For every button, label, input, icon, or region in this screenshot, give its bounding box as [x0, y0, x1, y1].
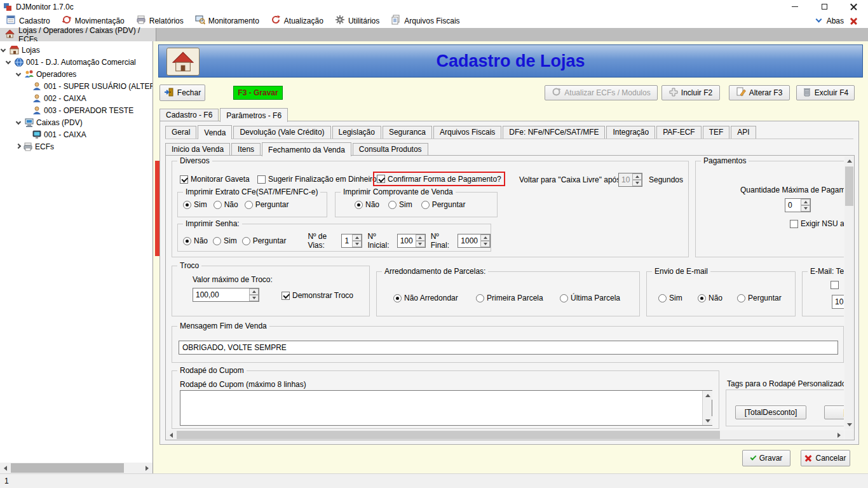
scrollbar-thumb[interactable]	[845, 166, 853, 206]
tree-node-lojas[interactable]: Lojas	[0, 44, 153, 56]
final-spinner[interactable]: 1000	[458, 234, 491, 248]
textarea-scrollbar[interactable]	[702, 391, 712, 425]
tree-node-operator-002[interactable]: 002 - CAIXA	[0, 92, 153, 104]
total-tag-button[interactable]: [Tot	[824, 405, 844, 419]
email-sim-radio[interactable]: Sim	[658, 294, 682, 302]
spinner-up-icon[interactable]	[632, 173, 642, 180]
senha-nao-radio[interactable]: Não	[183, 236, 208, 245]
tab-geral[interactable]: Geral	[165, 126, 196, 139]
inicial-spinner[interactable]: 100	[397, 234, 426, 248]
senha-sim-radio[interactable]: Sim	[213, 236, 237, 245]
tab-api[interactable]: API	[731, 126, 756, 139]
chevron-down-icon[interactable]	[16, 71, 21, 76]
tab-arquivos-fiscais[interactable]: Arquivos Fiscais	[433, 126, 501, 139]
vertical-scrollbar[interactable]	[844, 156, 854, 430]
voltar-segundos-spinner[interactable]: 10	[618, 173, 642, 187]
tab-venda[interactable]: Venda	[198, 125, 232, 139]
email-template-checkbox[interactable]	[831, 280, 839, 290]
comprovante-perguntar-radio[interactable]: Perguntar	[421, 200, 466, 209]
spinner-up-icon[interactable]	[801, 199, 810, 205]
total-desconto-tag-button[interactable]: [TotalDesconto]	[735, 405, 806, 419]
tab-parametros-f6[interactable]: Parâmetros - F6	[220, 108, 288, 122]
chevron-right-icon[interactable]	[16, 143, 21, 148]
tab-fechamento-da-venda[interactable]: Fechamento da Venda	[262, 142, 351, 156]
vias-spinner[interactable]: 1	[341, 234, 362, 248]
tab-itens[interactable]: Itens	[231, 143, 261, 156]
atualizar-ecfs-button[interactable]: Atualizar ECFs / Modulos	[545, 85, 658, 100]
spinner-down-icon[interactable]	[352, 241, 362, 247]
sidebar-horizontal-scrollbar[interactable]	[0, 463, 153, 473]
fechar-button[interactable]: Fechar	[159, 85, 205, 101]
tab-paf-ecf[interactable]: PAF-ECF	[656, 126, 701, 139]
qtd-maxima-spinner[interactable]: 0	[785, 198, 811, 212]
tab-inicio-da-venda[interactable]: Inicio da Venda	[165, 143, 230, 156]
tree-node-ecfs[interactable]: ECFs	[0, 140, 153, 152]
excluir-button[interactable]: Excluir F4	[796, 85, 855, 100]
tree-node-caixa-001[interactable]: 001 - CAIXA	[0, 128, 153, 140]
comprovante-nao-radio[interactable]: Não	[355, 200, 379, 209]
confirmar-forma-checkbox[interactable]: Confirmar Forma de Pagamento?	[377, 174, 501, 184]
gravar-button[interactable]: Gravar	[742, 450, 790, 466]
spinner-down-icon[interactable]	[801, 205, 810, 212]
alterar-button[interactable]: Alterar F3	[729, 85, 790, 100]
comprovante-sim-radio[interactable]: Sim	[388, 200, 412, 209]
senha-perguntar-radio[interactable]: Perguntar	[242, 236, 287, 245]
chevron-down-icon[interactable]	[16, 119, 21, 124]
scrollbar-thumb[interactable]	[177, 431, 720, 439]
email-nao-radio[interactable]: Não	[698, 294, 722, 302]
tab-dfe[interactable]: DFe: NFe/NFCe/SAT/MFE	[503, 126, 605, 139]
tree-node-company[interactable]: 001 - D.J. Automação Comercial	[0, 56, 153, 68]
workspace-tab[interactable]: Lojas / Operadores / Caixas (PDV) / ECFs	[0, 28, 156, 41]
close-button[interactable]	[839, 0, 868, 13]
tree-node-operadores[interactable]: Operadores	[0, 68, 153, 80]
scroll-up-arrow[interactable]	[703, 391, 712, 400]
chevron-down-icon[interactable]	[6, 58, 11, 64]
menu-utilitarios[interactable]: Utilitários	[329, 13, 385, 28]
spinner-up-icon[interactable]	[352, 234, 362, 241]
demonstrar-troco-checkbox[interactable]: Demonstrar Troco	[281, 290, 353, 301]
exigir-nsu-checkbox[interactable]: Exigir NSU ao informar dados Ca	[790, 219, 844, 229]
minimize-button[interactable]	[780, 0, 810, 13]
tab-seguranca[interactable]: Seguranca	[383, 126, 432, 139]
nao-arredondar-radio[interactable]: Não Arredondar	[393, 294, 458, 302]
menu-monitoramento[interactable]: Monitoramento	[189, 13, 265, 28]
tab-consulta-produtos[interactable]: Consulta Produtos	[353, 143, 428, 156]
scroll-left-arrow[interactable]	[0, 463, 11, 473]
mensagem-fim-input[interactable]	[179, 341, 838, 355]
close-tab-icon[interactable]	[850, 17, 858, 25]
incluir-button[interactable]: Incluir F2	[661, 85, 720, 100]
spinner-up-icon[interactable]	[480, 234, 490, 241]
scroll-left-arrow[interactable]	[166, 430, 176, 440]
scroll-up-arrow[interactable]	[844, 156, 854, 166]
tab-legislacao[interactable]: Legislação	[332, 126, 381, 139]
monitorar-gaveta-checkbox[interactable]: Monitorar Gaveta	[180, 174, 250, 184]
maximize-button[interactable]	[810, 0, 839, 13]
spinner-down-icon[interactable]	[416, 241, 425, 247]
primeira-parcela-radio[interactable]: Primeira Parcela	[476, 294, 543, 302]
tab-cadastro-f6[interactable]: Cadastro - F6	[159, 109, 219, 121]
email-perguntar-radio[interactable]: Perguntar	[737, 294, 782, 302]
extrato-perguntar-radio[interactable]: Perguntar	[245, 200, 289, 209]
tab-tef[interactable]: TEF	[703, 126, 730, 139]
tree-node-caixas-pdv[interactable]: Caixas (PDV)	[0, 116, 153, 128]
tree-node-operator-003[interactable]: 003 - OPERADOR TESTE	[0, 104, 153, 116]
scroll-right-arrow[interactable]	[142, 463, 153, 473]
chevron-down-icon[interactable]	[1, 46, 6, 51]
abas-label[interactable]: Abas	[827, 17, 844, 25]
scroll-down-arrow[interactable]	[844, 420, 854, 430]
f3-gravar-hint[interactable]: F3 - Gravar	[233, 86, 283, 100]
tab-devolucao[interactable]: Devolução (Vale Crédito)	[233, 126, 330, 139]
menu-atualizacao[interactable]: Atualização	[265, 13, 329, 28]
rodape-textarea[interactable]	[180, 390, 712, 426]
spinner-up-icon[interactable]	[249, 288, 259, 295]
spinner-down-icon[interactable]	[632, 180, 642, 186]
spinner-down-icon[interactable]	[480, 241, 490, 247]
tab-integracao[interactable]: Integração	[606, 126, 655, 139]
scroll-right-arrow[interactable]	[834, 430, 844, 440]
menu-arquivos-fiscais[interactable]: Arquivos Fiscais	[385, 13, 465, 28]
tree-node-operator-001[interactable]: 001 - SUPER USUÁRIO (ALTERE	[0, 80, 153, 92]
scroll-down-arrow[interactable]	[703, 416, 712, 425]
scrollbar-thumb[interactable]	[11, 463, 124, 473]
ultima-parcela-radio[interactable]: Última Parcela	[560, 294, 620, 302]
email-template-spinner[interactable]: 10	[832, 295, 844, 309]
